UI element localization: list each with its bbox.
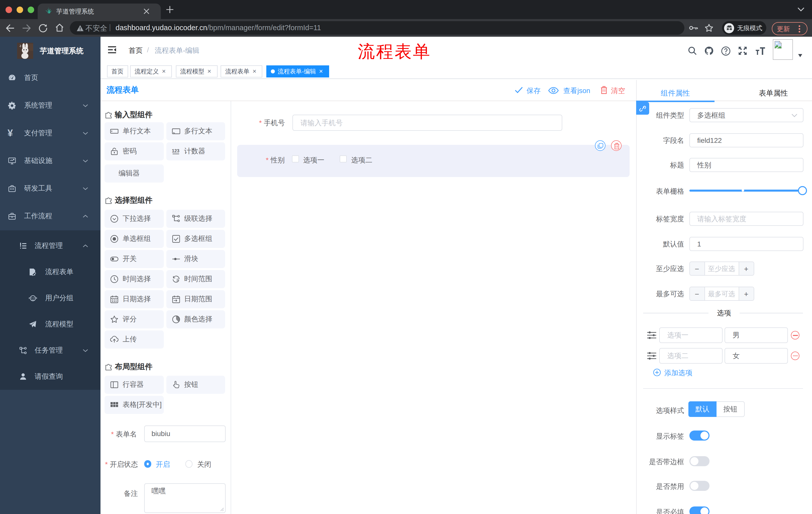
svg-text:123: 123 [172, 148, 179, 154]
